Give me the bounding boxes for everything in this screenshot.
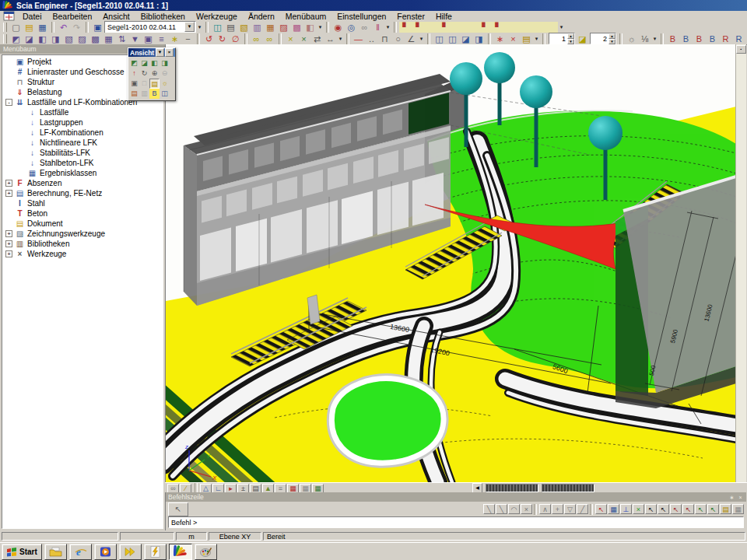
binding-nodes-icon[interactable]: ∞ <box>263 33 276 44</box>
new-project-icon[interactable]: ▢ <box>9 22 23 33</box>
lasso-arrow-icon[interactable]: ↻ <box>216 33 229 44</box>
mesh-color-icon[interactable]: ▦ <box>312 484 324 493</box>
select-by-polygon-icon[interactable]: ◧ <box>36 33 49 44</box>
stretch-icon[interactable]: ↔ <box>324 33 337 44</box>
save-project-icon[interactable]: ▦ <box>36 22 49 33</box>
cursor-mode-5-icon[interactable]: ↖ <box>695 504 707 514</box>
print-small-icon[interactable]: ▤ <box>250 484 261 493</box>
selection-star-icon[interactable]: ∗ <box>168 33 181 44</box>
spin-down-icon[interactable]: ▼ <box>567 39 574 44</box>
view-preset-2-icon[interactable]: ▘ <box>412 22 426 33</box>
tree-expander-icon[interactable]: + <box>5 250 12 257</box>
zoom-in-icon[interactable]: ⊕ <box>149 68 160 79</box>
image-export-icon[interactable]: ▩ <box>290 22 303 33</box>
coord-system-icon[interactable]: ∟ <box>212 484 224 493</box>
tree-expander-icon[interactable]: + <box>5 230 12 237</box>
scrollbar-top-button[interactable]: ▪ <box>736 45 746 54</box>
view-palette-titlebar[interactable]: Ansicht ▼ × <box>128 48 175 57</box>
tree-item-lf-kombinationen[interactable]: ↓LF-Kombinationen <box>2 128 163 138</box>
select-previous-icon[interactable]: ▨ <box>75 33 89 44</box>
snap-endpoint-icon[interactable]: ╲ <box>483 504 495 514</box>
invert-selection-icon[interactable]: ⇅ <box>115 33 128 44</box>
new-window-icon[interactable]: ▣ <box>91 22 104 33</box>
select-by-workplane-icon[interactable]: ◨ <box>49 33 62 44</box>
render-wire-icon[interactable]: ▤ <box>129 89 139 99</box>
clip-slider-2[interactable] <box>542 484 594 492</box>
view-preset-6-icon[interactable] <box>465 22 479 33</box>
terrain-icon[interactable]: ▲ <box>262 484 274 493</box>
view-axo-icon[interactable]: ◩ <box>129 58 139 68</box>
view-xz-icon[interactable]: ◧ <box>149 58 160 68</box>
select-by-cut-icon[interactable]: ◪ <box>23 33 36 44</box>
folder-actions-icon[interactable]: ▤ <box>520 33 533 44</box>
tree-expander-icon[interactable]: + <box>5 190 12 197</box>
taskbar-archiver-button[interactable] <box>144 544 167 560</box>
taskbar-internet-explorer-button[interactable]: e <box>69 544 92 560</box>
snap-perpendicular-icon[interactable]: ▽ <box>564 504 576 514</box>
view-preset-10-icon[interactable] <box>518 22 531 33</box>
snap-midpoint-icon[interactable]: ╲ <box>496 504 507 514</box>
project-selector[interactable]: Segel1-2010 02.04.11 ▼ <box>104 21 196 33</box>
palette-dropdown-icon[interactable]: ▼ <box>156 48 164 57</box>
command-input[interactable]: Befehl > <box>168 516 744 528</box>
cut-yellow-icon[interactable]: × <box>284 33 297 44</box>
start-button[interactable]: Start <box>2 544 42 560</box>
menu-item[interactable]: Bibliotheken <box>135 12 191 21</box>
scale-icon[interactable]: ⅛ <box>638 33 651 44</box>
line-tool-icon[interactable]: — <box>352 33 365 44</box>
label-section-icon[interactable]: R <box>732 33 745 44</box>
palette-close-icon[interactable]: × <box>165 48 174 57</box>
menu-item[interactable]: Hilfe <box>430 12 458 21</box>
grid-snap-icon[interactable]: ▦ <box>608 504 619 514</box>
named-selection-icon[interactable]: ≡ <box>155 33 168 44</box>
point-snap-icon[interactable]: × <box>633 504 644 514</box>
tree-item-werkzeuge[interactable]: +×Werkzeuge <box>2 249 163 259</box>
document-table-icon[interactable]: ▦ <box>264 22 277 33</box>
measure-icon[interactable]: ≡ <box>275 484 286 493</box>
tree-item-stabilitaets-lfk[interactable]: ↓Stabilitäts-LFK <box>2 148 163 158</box>
view-params-icon[interactable]: ▤ <box>149 79 160 89</box>
view-window-icon[interactable]: ◫ <box>160 89 170 99</box>
binding-lines-icon[interactable]: ∞ <box>250 33 263 44</box>
open-project-icon[interactable]: ▤ <box>23 22 36 33</box>
taskbar-paint-button[interactable] <box>195 544 217 560</box>
modify-dropdown[interactable]: ▾ <box>337 33 344 44</box>
paperspace-gallery-icon[interactable]: ▥ <box>251 22 264 33</box>
scale-spinner-2[interactable]: 2 ▲▼ <box>590 33 616 44</box>
view-xy-icon[interactable]: ◪ <box>139 58 149 68</box>
section-flag-icon[interactable]: ▸ <box>225 484 237 493</box>
redo-icon[interactable]: ↷ <box>70 22 83 33</box>
view-preset-9-icon[interactable] <box>505 22 518 33</box>
spin-up-icon[interactable]: ▲ <box>608 33 615 39</box>
taskbar-file-manager-button[interactable] <box>44 544 67 560</box>
copy-window-4-icon[interactable]: ◨ <box>472 33 486 44</box>
zoom-all-icon[interactable]: □ <box>139 79 149 89</box>
snap-angle-icon[interactable]: ∧ <box>539 504 551 514</box>
view-preset-8-icon[interactable]: ▘ <box>492 22 505 33</box>
close-icon[interactable]: × <box>737 494 744 501</box>
activity-filter-icon[interactable]: ◪ <box>576 33 589 44</box>
tree-item-lastgruppen[interactable]: ↓Lastgruppen <box>2 117 163 128</box>
adjust-icon[interactable]: ± <box>237 484 249 493</box>
measure-ruler-icon[interactable]: ‖ <box>371 22 384 33</box>
polyline-tool-icon[interactable]: ⊓ <box>378 33 391 44</box>
selection-clear-icon[interactable]: − <box>181 33 195 44</box>
snap-folder-icon[interactable]: ▤ <box>720 504 731 514</box>
rotate-view-icon[interactable]: ↻ <box>139 68 149 79</box>
zoom-out-icon[interactable]: ⊖ <box>160 68 170 79</box>
tree-item-beton[interactable]: TBeton <box>2 208 163 219</box>
sun-view-icon[interactable]: ☼ <box>625 33 638 44</box>
zoom-selection-icon[interactable]: ◎ <box>345 22 358 33</box>
label-load-icon[interactable]: B <box>693 33 706 44</box>
label-support-icon[interactable]: B <box>706 33 719 44</box>
copy-window-1-icon[interactable]: ◫ <box>433 33 446 44</box>
copy-window-2-icon[interactable]: ◫ <box>446 33 459 44</box>
picture-gallery-icon[interactable]: ▧ <box>237 22 251 33</box>
view-preset-1-icon[interactable]: ▘ <box>399 22 412 33</box>
circle-tool-icon[interactable]: ○ <box>391 33 405 44</box>
menu-item[interactable]: Ansicht <box>97 12 135 21</box>
menu-item[interactable]: Menübaum <box>280 12 332 21</box>
tree-item-zeichnungswerkzeuge[interactable]: +▨Zeichnungswerkzeuge <box>2 229 163 239</box>
view-yz-icon[interactable]: ◨ <box>160 58 170 68</box>
cursor-mode-3-icon[interactable]: ↖ <box>670 504 682 514</box>
